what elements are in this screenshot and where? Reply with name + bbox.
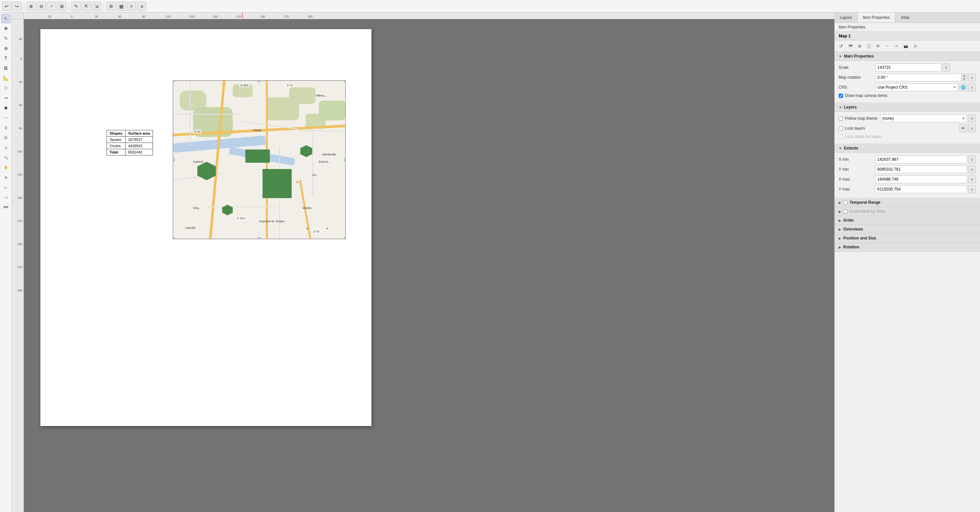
- panel-title: Item Properties: [835, 23, 980, 32]
- tool-move[interactable]: ✥: [1, 24, 11, 33]
- tab-atlas[interactable]: Atlas: [895, 13, 915, 22]
- x-max-expr-btn[interactable]: ε: [968, 175, 976, 183]
- tab-layout[interactable]: Layout: [835, 13, 858, 22]
- theme-expr-btn[interactable]: ε: [968, 114, 976, 122]
- toolbar-btn-zoom-fit[interactable]: ⤢: [47, 2, 56, 11]
- toolbar-btn-undo[interactable]: ↩: [2, 2, 11, 11]
- tool-pan[interactable]: ✋: [1, 163, 11, 172]
- toolbar-btn-redo[interactable]: ↪: [12, 2, 22, 11]
- rotation-spin-up[interactable]: ▲: [961, 74, 967, 78]
- toolbar-btn-pan[interactable]: ⇲: [92, 2, 101, 11]
- lock-layers-expr-btn[interactable]: ε: [968, 124, 976, 132]
- y-min-input[interactable]: [875, 165, 967, 173]
- panel-btn-update-preview[interactable]: 🗺: [846, 42, 854, 50]
- temporal-range-checkbox[interactable]: [843, 200, 848, 205]
- tool-add-html[interactable]: ⟨⟩: [1, 143, 11, 152]
- tab-item-properties[interactable]: Item Properties: [858, 13, 895, 22]
- section-header-temporal-range[interactable]: ▶ Temporal Range: [835, 198, 980, 207]
- panel-btn-grid[interactable]: ⊙: [911, 42, 920, 50]
- table-header-shapes: Shapes: [107, 130, 126, 136]
- panel-btn-lock[interactable]: ✂: [892, 42, 901, 50]
- panel-btn-set-map-extent[interactable]: 📋: [864, 42, 873, 50]
- tool-add-text[interactable]: T: [1, 54, 11, 63]
- draw-canvas-checkbox[interactable]: [838, 94, 843, 98]
- toolbar-btn-zoom-full[interactable]: ⊞: [57, 2, 67, 11]
- top-toolbar[interactable]: ↩ ↪ ⊕ ⊖ ⤢ ⊞ ✎ ⇱ ⇲ ⚙ ▦ ⎘ 🖨: [0, 0, 980, 13]
- y-max-expr-btn[interactable]: ε: [968, 185, 976, 193]
- lock-styles-checkbox[interactable]: [838, 135, 843, 139]
- tool-add-scalebar[interactable]: ⋯: [1, 113, 11, 122]
- panel-btn-bookmarks[interactable]: ⚙: [874, 42, 882, 50]
- section-header-main-properties[interactable]: ▼ Main Properties: [835, 52, 980, 61]
- panel-btn-layer-style[interactable]: 📷: [902, 42, 910, 50]
- toolbar-btn-settings[interactable]: ⚙: [106, 2, 116, 11]
- tool-add-legend[interactable]: ☰: [1, 123, 11, 132]
- controlled-atlas-checkbox[interactable]: [843, 209, 848, 214]
- lock-layers-eye-btn[interactable]: 👁: [959, 124, 967, 132]
- crs-select[interactable]: Use Project CRS: [875, 83, 958, 91]
- crs-label: CRS: [838, 85, 875, 90]
- toolbar-btn-copy[interactable]: ⎘: [127, 2, 136, 11]
- arrow-layers: ▼: [838, 106, 842, 109]
- tool-edit[interactable]: ✎: [1, 34, 11, 43]
- tool-select[interactable]: ↖: [1, 14, 11, 23]
- toolbar-sep-1: [24, 2, 24, 10]
- panel-scroll-content[interactable]: ▼ Main Properties Scale ε Map rotation: [835, 52, 980, 512]
- toolbar-btn-zoom-in[interactable]: ⊕: [27, 2, 36, 11]
- crs-expr-btn[interactable]: ε: [968, 83, 976, 91]
- tool-add-image[interactable]: 🖼: [1, 63, 11, 73]
- scale-expr-btn[interactable]: ε: [942, 63, 950, 71]
- x-max-input[interactable]: [875, 175, 967, 183]
- x-min-input[interactable]: [875, 155, 967, 163]
- y-max-input[interactable]: [875, 185, 967, 193]
- x-min-expr-btn[interactable]: ε: [968, 155, 976, 163]
- panel-btn-atlas-extent[interactable]: ↔: [883, 42, 892, 50]
- section-grids: ▶ Grids: [835, 216, 980, 225]
- rotation-expr-btn[interactable]: ε: [968, 73, 976, 81]
- tool-snap[interactable]: ⊕: [1, 173, 11, 182]
- map-frame[interactable]: N 10 D 924 D 31 D 924 D 50 Autreuil Thiv…: [173, 80, 346, 239]
- vertical-ruler: -30 0 30 60 90 120 150 180 210 240 270 3…: [12, 19, 24, 512]
- section-title-position-and-size: Position and Size: [843, 236, 876, 241]
- section-extents: ▼ Extents X min ε Y min ε: [835, 144, 980, 198]
- toolbar-btn-print[interactable]: 🖨: [137, 2, 146, 11]
- toolbar-btn-move-content[interactable]: ⇱: [82, 2, 91, 11]
- tool-zoom[interactable]: 🔍: [1, 153, 11, 162]
- lock-layers-label: Lock layers: [845, 126, 958, 131]
- tool-add-map[interactable]: ⊕: [1, 44, 11, 53]
- y-min-expr-btn[interactable]: ε: [968, 165, 976, 173]
- section-header-controlled-by-atlas[interactable]: ▶ Controlled by Atlas: [835, 207, 980, 216]
- section-header-layers[interactable]: ▼ Layers: [835, 103, 980, 112]
- map-rotation-input[interactable]: [875, 73, 961, 81]
- tool-atlas-back[interactable]: ◁: [1, 192, 11, 202]
- section-rotation: ▶ Rotation: [835, 243, 980, 252]
- canvas-area[interactable]: Shapes Surface area Square 2074527 Circl…: [24, 19, 834, 512]
- right-panel: Layout Item Properties Atlas Item Proper…: [834, 13, 980, 512]
- toolbar-btn-grid[interactable]: ▦: [116, 2, 126, 11]
- panel-btn-set-to-map[interactable]: ⊞: [855, 42, 864, 50]
- crs-set-btn[interactable]: 🌐: [959, 83, 967, 91]
- tool-add-node[interactable]: ⬟: [1, 103, 11, 113]
- section-header-rotation[interactable]: ▶ Rotation: [835, 243, 980, 252]
- section-header-extents[interactable]: ▼ Extents: [835, 144, 980, 153]
- lock-layers-checkbox[interactable]: [838, 126, 843, 131]
- scale-input[interactable]: [875, 63, 941, 71]
- panel-btn-refresh[interactable]: ↺: [837, 42, 845, 50]
- rotation-spin-down[interactable]: ▼: [961, 78, 967, 81]
- tool-measure[interactable]: 200: [1, 203, 11, 212]
- section-title-controlled-by-atlas: Controlled by Atlas: [850, 209, 886, 214]
- tool-add-table[interactable]: ⊟: [1, 133, 11, 142]
- y-min-label: Y min: [838, 167, 875, 172]
- follow-map-theme-select[interactable]: (none): [880, 114, 967, 122]
- toolbar-btn-select[interactable]: ✎: [72, 2, 81, 11]
- tool-atlas[interactable]: ▷: [1, 182, 11, 192]
- tool-add-polygon[interactable]: ⬡: [1, 83, 11, 93]
- toolbar-btn-zoom-out[interactable]: ⊖: [37, 2, 46, 11]
- follow-map-theme-checkbox[interactable]: [838, 116, 843, 121]
- section-header-grids[interactable]: ▶ Grids: [835, 216, 980, 225]
- section-header-position-and-size[interactable]: ▶ Position and Size: [835, 234, 980, 243]
- tool-add-shape[interactable]: 📐: [1, 73, 11, 83]
- tool-add-arrow[interactable]: ➞: [1, 93, 11, 103]
- table-cell-shape-1: Square: [107, 136, 126, 143]
- section-header-overviews[interactable]: ▶ Overviews: [835, 225, 980, 234]
